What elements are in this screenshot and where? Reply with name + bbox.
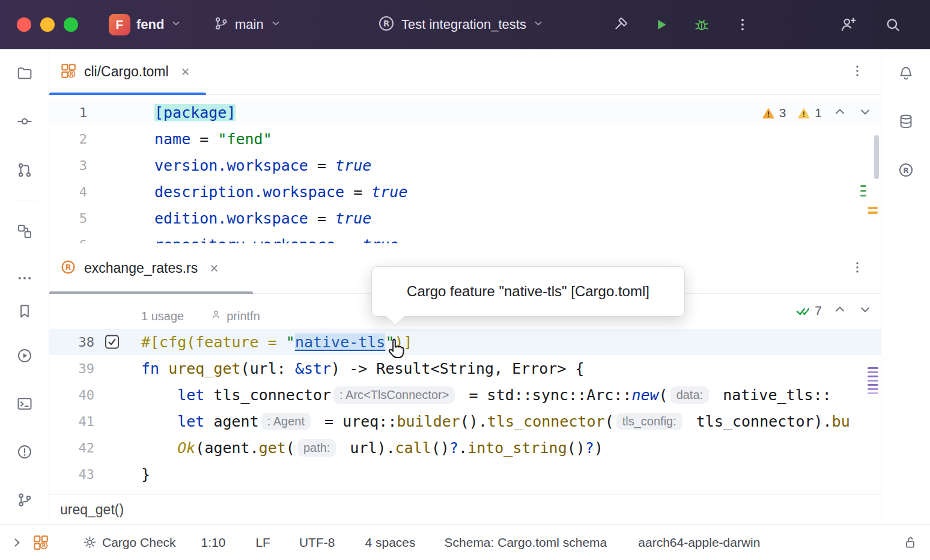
code-line-40[interactable]: 40 let tls_connector: Arc<TlsConnector> …	[49, 382, 881, 408]
next-problem-icon[interactable]	[858, 105, 872, 121]
line-number[interactable]: 40	[49, 388, 94, 403]
cargo-check-widget[interactable]: Cargo Check	[82, 535, 176, 550]
commit-icon[interactable]	[13, 109, 37, 133]
zoom-window-button[interactable]	[64, 17, 78, 32]
rust-plugin-icon[interactable]: R	[894, 158, 918, 182]
code-line-4[interactable]: 4description.workspace = true	[49, 178, 881, 205]
editor-kebab-icon[interactable]	[849, 63, 865, 81]
code-line-1[interactable]: 1[package]	[49, 99, 881, 126]
editor-kebab-icon[interactable]	[849, 260, 865, 278]
target-platform[interactable]: aarch64-apple-darwin	[638, 535, 760, 550]
schema-selector[interactable]: Schema: Cargo.toml schema	[445, 535, 607, 550]
branch-widget[interactable]: main	[213, 0, 282, 49]
tab-cargo-toml[interactable]: R cli/Cargo.toml	[49, 49, 206, 94]
project-widget[interactable]: F fend	[109, 0, 182, 49]
close-tab-icon[interactable]	[179, 65, 192, 78]
next-problem-icon[interactable]	[858, 302, 872, 319]
caret-position[interactable]: 1:10	[201, 535, 226, 550]
line-separator[interactable]: LF	[255, 535, 270, 550]
database-icon[interactable]	[894, 109, 918, 133]
gutter[interactable]: 43	[49, 461, 141, 487]
line-number[interactable]: 41	[49, 414, 94, 429]
file-encoding[interactable]: UTF-8	[299, 535, 335, 550]
line-number[interactable]: 39	[49, 361, 94, 376]
weak-warning-indicator[interactable]: 1	[797, 106, 822, 120]
close-window-button[interactable]	[17, 17, 31, 32]
gutter[interactable]: 39	[49, 355, 141, 382]
add-user-icon[interactable]	[836, 13, 860, 37]
code-line-3[interactable]: 3version.workspace = true	[49, 152, 881, 178]
gutter[interactable]: 38	[49, 329, 141, 355]
more-tools-icon[interactable]	[13, 266, 37, 290]
gutter[interactable]: 1	[49, 99, 154, 126]
tab-exchange-rates[interactable]: R exchange_rates.rs	[49, 243, 235, 293]
code-text[interactable]: name = "fend"	[154, 130, 272, 148]
line-number[interactable]: 42	[49, 440, 94, 455]
more-kebab-icon[interactable]	[731, 13, 755, 37]
pull-requests-icon[interactable]	[13, 158, 37, 182]
debug-bug-icon[interactable]	[690, 13, 714, 37]
run-tool-icon[interactable]	[13, 344, 37, 368]
code-text[interactable]: #[cfg(feature = "native-tls")]	[141, 333, 413, 351]
line-number[interactable]: 1	[49, 105, 87, 120]
code-text[interactable]: Ok(agent.get(path: url).call()?.into_str…	[141, 439, 603, 457]
code-text[interactable]: let agent: Agent = ureq::builder().tls_c…	[141, 413, 850, 430]
cargo-icon[interactable]: R	[32, 534, 49, 550]
code-text[interactable]: repository.workspace = true	[154, 236, 398, 244]
line-number[interactable]: 4	[49, 184, 87, 199]
prev-problem-icon[interactable]	[833, 302, 847, 319]
gutter[interactable]: 5	[49, 205, 154, 231]
prev-problem-icon[interactable]	[833, 105, 847, 121]
code-viewport-bottom[interactable]: 1 usage printfn 38#[cfg(feature = "nativ…	[49, 294, 881, 495]
scrollbar-thumb[interactable]	[874, 135, 879, 179]
code-text[interactable]: version.workspace = true	[154, 157, 371, 174]
gutter[interactable]: 40	[49, 382, 141, 408]
code-line-5[interactable]: 5edition.workspace = true	[49, 205, 881, 231]
gutter[interactable]: 6	[49, 231, 154, 243]
feature-enabled-checkbox[interactable]	[105, 335, 119, 349]
code-text[interactable]: [package]	[154, 104, 236, 121]
feature-link[interactable]: native-tls	[295, 333, 386, 351]
code-text[interactable]: let tls_connector: Arc<TlsConnector> = s…	[141, 386, 831, 404]
line-number[interactable]: 5	[49, 211, 87, 226]
author-hint[interactable]: printfn	[226, 309, 260, 323]
gutter[interactable]: 3	[49, 152, 154, 178]
structure-icon[interactable]	[13, 219, 37, 243]
search-icon[interactable]	[881, 13, 905, 37]
run-configuration-widget[interactable]: R Test integration_tests	[377, 0, 544, 49]
gutter[interactable]: 42	[49, 434, 141, 461]
line-number[interactable]: 38	[49, 335, 94, 350]
problems-icon[interactable]	[13, 440, 37, 464]
code-text[interactable]: edition.workspace = true	[154, 210, 371, 227]
breadcrumb-item[interactable]: ureq_get()	[60, 502, 124, 518]
line-number[interactable]: 43	[49, 467, 94, 482]
code-line-39[interactable]: 39fn ureq_get(url: &str) -> Result<Strin…	[49, 355, 881, 382]
expand-statusbar-icon[interactable]	[10, 535, 24, 550]
gutter[interactable]: 4	[49, 178, 154, 205]
code-text[interactable]: fn ureq_get(url: &str) -> Result<String,…	[141, 360, 585, 377]
code-text[interactable]: }	[141, 466, 150, 483]
code-line-6[interactable]: 6repository.workspace = true	[49, 231, 881, 243]
code-text[interactable]: description.workspace = true	[154, 183, 407, 201]
gutter[interactable]: 41	[49, 408, 141, 434]
gutter[interactable]: 2	[49, 126, 154, 152]
warning-indicator[interactable]: 3	[761, 106, 786, 120]
notifications-bell-icon[interactable]	[894, 61, 918, 85]
minimize-window-button[interactable]	[40, 17, 55, 32]
code-line-42[interactable]: 42 Ok(agent.get(path: url).call()?.into_…	[49, 434, 881, 461]
line-number[interactable]: 6	[49, 237, 87, 244]
terminal-icon[interactable]	[13, 392, 37, 416]
project-folder-icon[interactable]	[13, 61, 37, 85]
line-number[interactable]: 3	[49, 158, 87, 173]
indent-style[interactable]: 4 spaces	[365, 535, 415, 550]
line-number[interactable]: 2	[49, 132, 87, 147]
code-viewport-top[interactable]: 1[package]2name = "fend"3version.workspa…	[49, 95, 881, 243]
close-tab-icon[interactable]	[208, 262, 220, 275]
run-play-icon[interactable]	[649, 13, 673, 37]
checks-indicator[interactable]: 7	[795, 303, 822, 319]
version-control-icon[interactable]	[13, 488, 37, 512]
lock-icon[interactable]	[902, 535, 918, 550]
bookmarks-icon[interactable]	[13, 299, 37, 323]
code-line-2[interactable]: 2name = "fend"	[49, 126, 881, 152]
code-line-41[interactable]: 41 let agent: Agent = ureq::builder().tl…	[49, 408, 881, 434]
